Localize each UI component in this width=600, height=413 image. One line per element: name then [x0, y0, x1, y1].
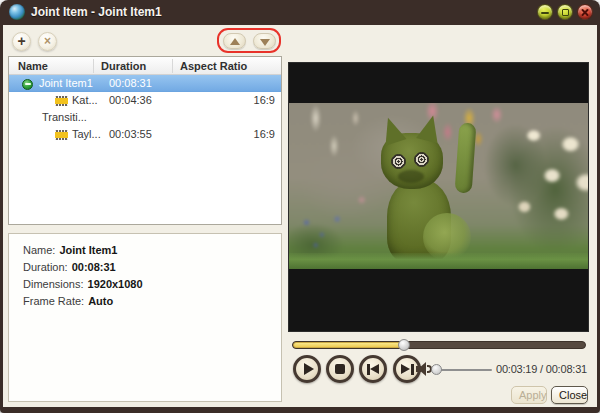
close-button[interactable] [577, 4, 593, 20]
table-row-joint-item[interactable]: Joint Item1 00:08:31 [9, 75, 281, 92]
previous-button[interactable] [359, 355, 387, 383]
volume-slider[interactable] [434, 369, 492, 371]
minimize-icon [541, 12, 549, 14]
window-title: Joint Item - Joint Item1 [31, 0, 162, 25]
cat-muzzle [398, 170, 424, 183]
column-header-name: Name [18, 57, 48, 75]
column-separator [93, 59, 94, 73]
cat-ear-right [416, 113, 444, 144]
next-icon [401, 364, 410, 374]
column-separator [172, 59, 173, 73]
volume-mute-toggle[interactable] [416, 362, 432, 376]
cat-spiral-eye-left [391, 154, 406, 169]
play-icon [304, 363, 314, 375]
clip-info-panel: Name:Joint Item1 Duration:00:08:31 Dimen… [8, 233, 282, 402]
grass-strip [289, 253, 588, 269]
info-label: Frame Rate: [23, 295, 84, 307]
video-preview-panel [288, 62, 589, 332]
triangle-up-icon [230, 38, 240, 45]
maximize-icon [562, 9, 569, 16]
row-duration: 00:03:55 [109, 126, 152, 143]
row-name: Transiti... [42, 109, 87, 126]
info-label: Dimensions: [23, 278, 84, 290]
next-icon [411, 364, 414, 375]
minimize-button[interactable] [537, 4, 553, 20]
time-display: 00:03:19 / 00:08:31 [496, 363, 587, 375]
apply-button[interactable]: Apply [511, 386, 547, 404]
add-clip-button[interactable]: + [12, 32, 31, 51]
info-value: 1920x1080 [88, 278, 143, 290]
speaker-icon [418, 362, 426, 376]
app-icon [9, 4, 25, 20]
video-frame [289, 103, 588, 269]
close-icon [578, 5, 592, 19]
move-down-button[interactable] [253, 33, 276, 49]
column-header-duration: Duration [101, 57, 146, 75]
maximize-button[interactable] [557, 4, 573, 20]
table-row-clip-1[interactable]: Kat... 00:04:36 16:9 [9, 92, 281, 109]
cat-ear-left [378, 114, 407, 146]
move-up-button[interactable] [223, 33, 246, 49]
info-value: Auto [88, 295, 113, 307]
cat-spiral-eye-right [414, 152, 429, 167]
table-row-transition[interactable]: Transiti... [9, 109, 281, 126]
title-bar: Joint Item - Joint Item1 [0, 0, 600, 25]
info-label: Duration: [23, 261, 68, 273]
joint-item-window: Joint Item - Joint Item1 + × Name Durati… [0, 0, 600, 413]
info-value: Joint Item1 [59, 244, 117, 256]
seek-bar-fill [293, 342, 404, 348]
stop-icon [335, 364, 345, 374]
column-header-aspect-ratio: Aspect Ratio [180, 57, 247, 75]
info-label: Name: [23, 244, 55, 256]
row-duration: 00:08:31 [109, 75, 152, 92]
row-aspect-ratio: 16:9 [254, 92, 275, 109]
remove-clip-button[interactable]: × [38, 32, 57, 51]
row-name: Tayl... [72, 126, 101, 143]
seek-bar[interactable] [292, 341, 586, 349]
row-duration: 00:04:36 [109, 92, 152, 109]
volume-slider-thumb[interactable] [431, 364, 442, 375]
triangle-down-icon [260, 39, 270, 46]
previous-icon [370, 364, 379, 374]
film-clip-icon [55, 130, 68, 140]
row-aspect-ratio: 16:9 [254, 126, 275, 143]
play-button[interactable] [293, 355, 321, 383]
row-name: Kat... [72, 92, 98, 109]
row-name: Joint Item1 [39, 75, 93, 92]
table-header: Name Duration Aspect Ratio [9, 57, 281, 75]
cat-head [381, 133, 443, 189]
film-clip-icon [55, 96, 68, 106]
info-value: 00:08:31 [72, 261, 116, 273]
clip-table: Name Duration Aspect Ratio Joint Item1 0… [8, 56, 282, 225]
close-dialog-button[interactable]: Close [551, 386, 588, 404]
moss-cat-figure [371, 119, 483, 269]
stop-button[interactable] [326, 355, 354, 383]
cat-tail [455, 122, 477, 193]
table-row-clip-2[interactable]: Tayl... 00:03:55 16:9 [9, 126, 281, 143]
seek-bar-thumb[interactable] [398, 339, 410, 351]
collapse-icon[interactable] [22, 79, 33, 90]
